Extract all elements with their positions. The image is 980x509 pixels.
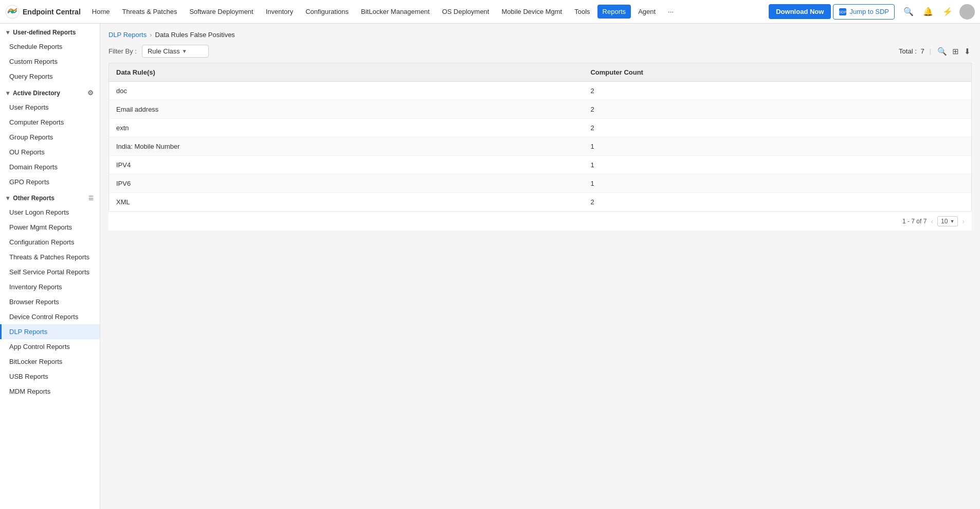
table-row[interactable]: doc 2 <box>109 82 972 100</box>
per-page-arrow-icon: ▼ <box>950 219 954 224</box>
sidebar-item-power-mgmt-reports[interactable]: Power Mgmt Reports <box>0 220 100 235</box>
top-navigation: Endpoint Central Home Threats & Patches … <box>0 0 980 24</box>
main-content: DLP Reports › Data Rules False Positives… <box>100 24 980 509</box>
pagination-range: 1 - 7 of 7 <box>902 218 927 225</box>
table-cell-count: 2 <box>583 119 971 137</box>
breadcrumb-separator: › <box>150 31 152 39</box>
table-cell-rule: Email address <box>109 100 584 119</box>
svg-text:SDP: SDP <box>839 10 847 14</box>
nav-inventory[interactable]: Inventory <box>261 5 298 19</box>
collapse-icon[interactable]: ☰ <box>88 195 94 202</box>
sidebar-item-app-control-reports[interactable]: App Control Reports <box>0 339 100 354</box>
total-label: Total : 7 <box>899 47 924 55</box>
sidebar-item-bitlocker-reports[interactable]: BitLocker Reports <box>0 354 100 369</box>
nav-configurations[interactable]: Configurations <box>300 5 354 19</box>
download-now-button[interactable]: Download Now <box>769 4 831 19</box>
table-cell-rule: IPV4 <box>109 156 584 174</box>
sidebar: ▾ User-defined Reports Schedule Reports … <box>0 24 100 509</box>
table-cell-count: 2 <box>583 100 971 119</box>
filter-action-icons: 🔍 ⊞ ⬇ <box>936 46 972 57</box>
sidebar-item-custom-reports[interactable]: Custom Reports <box>0 54 100 69</box>
nav-tools[interactable]: Tools <box>569 5 595 19</box>
table-row[interactable]: Email address 2 <box>109 100 972 119</box>
sidebar-item-domain-reports[interactable]: Domain Reports <box>0 160 100 174</box>
col-computer-count: Computer Count <box>583 63 971 82</box>
filter-by-label: Filter By : <box>108 47 137 55</box>
per-page-dropdown[interactable]: 10 ▼ <box>937 216 958 226</box>
filter-divider: | <box>930 47 931 55</box>
table-cell-count: 1 <box>583 137 971 156</box>
nav-reports[interactable]: Reports <box>597 5 631 19</box>
table-cell-count: 1 <box>583 174 971 193</box>
table-header-row: Data Rule(s) Computer Count <box>109 63 972 82</box>
sidebar-item-gpo-reports[interactable]: GPO Reports <box>0 174 100 189</box>
content-wrapper: DLP Reports › Data Rules False Positives… <box>100 24 980 238</box>
table-row[interactable]: IPV6 1 <box>109 174 972 193</box>
sidebar-item-browser-reports[interactable]: Browser Reports <box>0 294 100 309</box>
notifications-icon-btn[interactable]: 🔔 <box>920 4 936 20</box>
table-row[interactable]: India: Mobile Number 1 <box>109 137 972 156</box>
breadcrumb: DLP Reports › Data Rules False Positives <box>108 31 972 39</box>
sidebar-item-query-reports[interactable]: Query Reports <box>0 69 100 84</box>
section-other-reports[interactable]: ▾ Other Reports ☰ <box>0 189 100 205</box>
table-cell-rule: doc <box>109 82 584 100</box>
column-toggle-icon[interactable]: ⊞ <box>951 46 960 57</box>
sidebar-item-device-control-reports[interactable]: Device Control Reports <box>0 309 100 324</box>
section-active-directory[interactable]: ▾ Active Directory ⚙ <box>0 84 100 100</box>
sidebar-item-dlp-reports[interactable]: DLP Reports <box>0 324 100 339</box>
table-cell-count: 1 <box>583 156 971 174</box>
logo-icon <box>5 5 20 19</box>
sidebar-item-ou-reports[interactable]: OU Reports <box>0 145 100 160</box>
export-icon[interactable]: ⬇ <box>963 46 972 57</box>
active-directory-settings-icon[interactable]: ⚙ <box>87 89 94 97</box>
nav-more[interactable]: ··· <box>663 5 679 19</box>
app-logo[interactable]: Endpoint Central <box>5 5 81 19</box>
sidebar-item-configuration-reports[interactable]: Configuration Reports <box>0 235 100 250</box>
sidebar-item-self-service-reports[interactable]: Self Service Portal Reports <box>0 265 100 279</box>
table-cell-count: 2 <box>583 193 971 212</box>
section-user-defined[interactable]: ▾ User-defined Reports <box>0 24 100 39</box>
sidebar-item-schedule-reports[interactable]: Schedule Reports <box>0 39 100 54</box>
filter-bar: Filter By : Rule Class ▼ Total : 7 | 🔍 ⊞… <box>108 45 972 58</box>
sidebar-item-user-reports[interactable]: User Reports <box>0 100 100 115</box>
sidebar-item-computer-reports[interactable]: Computer Reports <box>0 115 100 130</box>
nav-software[interactable]: Software Deployment <box>184 5 258 19</box>
table-cell-rule: extn <box>109 119 584 137</box>
sidebar-item-threats-patches-reports[interactable]: Threats & Patches Reports <box>0 250 100 265</box>
table-row[interactable]: IPV4 1 <box>109 156 972 174</box>
pagination-next-icon[interactable]: › <box>962 217 965 225</box>
lightning-icon-btn[interactable]: ⚡ <box>940 4 955 20</box>
nav-osdeployment[interactable]: OS Deployment <box>437 5 495 19</box>
table-cell-rule: XML <box>109 193 584 212</box>
nav-bitlocker[interactable]: BitLocker Management <box>356 5 435 19</box>
search-icon-btn[interactable]: 🔍 <box>901 4 916 20</box>
topnav-utility-icons: 🔍 🔔 ⚡ <box>901 4 975 20</box>
jump-to-sdp-button[interactable]: SDP Jump to SDP <box>833 4 895 20</box>
nav-home[interactable]: Home <box>87 5 115 19</box>
nav-threats[interactable]: Threats & Patches <box>117 5 182 19</box>
pagination-prev-icon[interactable]: ‹ <box>931 217 933 225</box>
dropdown-arrow-icon: ▼ <box>182 48 187 54</box>
sidebar-item-usb-reports[interactable]: USB Reports <box>0 369 100 384</box>
data-rules-table: Data Rule(s) Computer Count doc 2 Email … <box>108 63 972 212</box>
table-row[interactable]: XML 2 <box>109 193 972 212</box>
table-cell-rule: IPV6 <box>109 174 584 193</box>
breadcrumb-parent[interactable]: DLP Reports <box>108 31 147 39</box>
table-row[interactable]: extn 2 <box>109 119 972 137</box>
table-search-icon[interactable]: 🔍 <box>936 46 948 57</box>
breadcrumb-current: Data Rules False Positives <box>155 31 235 39</box>
table-cell-rule: India: Mobile Number <box>109 137 584 156</box>
sidebar-item-mdm-reports[interactable]: MDM Reports <box>0 384 100 399</box>
sidebar-item-user-logon-reports[interactable]: User Logon Reports <box>0 205 100 220</box>
user-avatar[interactable] <box>959 4 975 20</box>
svg-point-1 <box>11 10 14 13</box>
table-cell-count: 2 <box>583 82 971 100</box>
col-data-rules: Data Rule(s) <box>109 63 584 82</box>
sidebar-item-group-reports[interactable]: Group Reports <box>0 130 100 145</box>
sidebar-item-inventory-reports[interactable]: Inventory Reports <box>0 279 100 294</box>
nav-agent[interactable]: Agent <box>633 5 661 19</box>
rule-class-dropdown[interactable]: Rule Class ▼ <box>142 45 209 58</box>
nav-mobile[interactable]: Mobile Device Mgmt <box>496 5 567 19</box>
body-layout: ▾ User-defined Reports Schedule Reports … <box>0 24 980 509</box>
sdp-icon: SDP <box>839 8 847 16</box>
